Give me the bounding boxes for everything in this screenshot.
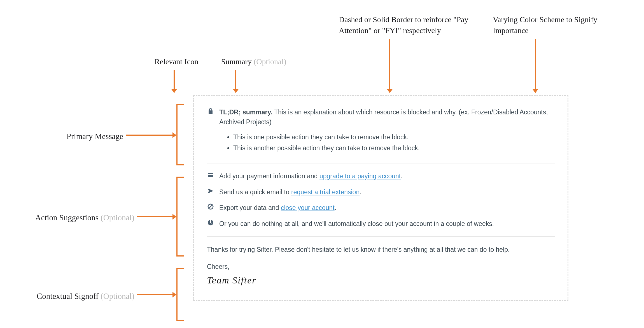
send-icon [207,187,214,195]
signoff-team-name: Team Sifter [207,273,555,287]
clock-icon [207,219,214,226]
action-row: Send us a quick email to request a trial… [207,187,555,197]
arrow-down-icon [174,70,175,90]
annotation-summary-text: Summary [221,57,252,66]
annotation-relevant-icon: Relevant Icon [148,56,204,67]
bracket-icon [176,177,184,257]
annotation-color-scheme: Varying Color Scheme to Signify Importan… [493,14,599,36]
annotation-summary: Summary (Optional) [221,56,311,67]
svg-line-3 [209,205,212,208]
primary-message-block: TL;DR; summary. This is an explanation a… [207,107,555,155]
action-row: Add your payment information and upgrade… [207,171,555,181]
annotation-signoff-text: Contextual Signoff [37,292,99,301]
arrow-down-icon [235,70,236,90]
signoff-cheers: Cheers, [207,262,555,272]
lock-icon [207,107,214,115]
annotation-primary-message: Primary Message [17,132,123,141]
action-text: Add your payment information and upgrade… [219,171,555,181]
action-text: Or you can do nothing at all, and we'll … [219,219,555,229]
annotation-action-suggestions: Action Suggestions (Optional) [17,213,134,222]
action-row: Or you can do nothing at all, and we'll … [207,219,555,229]
divider [207,163,555,163]
action-row: Export your data and close your account. [207,203,555,213]
action-text: Export your data and close your account. [219,203,555,213]
summary-text: TL;DR; summary. This is an explanation a… [219,107,555,155]
signoff-block: Thanks for trying Sifter. Please don't h… [207,245,555,287]
signoff-message: Thanks for trying Sifter. Please don't h… [207,245,555,255]
bullet-list: This is one possible action they can tak… [233,132,555,153]
bracket-icon [176,104,184,165]
arrow-down-icon [535,39,536,90]
action-suggestions-block: Add your payment information and upgrade… [207,171,555,228]
list-item: This is another possible action they can… [233,143,555,153]
annotation-actions-optional: (Optional) [99,213,134,222]
summary-bold: TL;DR; summary. [219,108,272,116]
trial-extension-link[interactable]: request a trial extension [291,188,360,196]
action-text: Send us a quick email to request a trial… [219,187,555,197]
annotation-signoff-optional: (Optional) [99,292,134,301]
message-card: TL;DR; summary. This is an explanation a… [193,95,568,301]
arrow-right-icon [137,216,173,217]
annotation-border: Dashed or Solid Border to reinforce "Pay… [339,14,484,36]
close-account-link[interactable]: close your account [281,204,335,211]
arrow-right-icon [137,294,173,295]
bracket-icon [176,268,184,321]
annotation-actions-text: Action Suggestions [35,213,99,222]
arrow-right-icon [126,135,173,136]
list-item: This is one possible action they can tak… [233,132,555,142]
upgrade-link[interactable]: upgrade to a paying account [319,172,401,180]
svg-rect-1 [208,174,213,175]
annotation-summary-optional: (Optional) [252,57,286,66]
divider [207,236,555,237]
annotation-contextual-signoff: Contextual Signoff (Optional) [17,292,134,301]
credit-card-icon [207,171,214,179]
block-icon [207,203,214,210]
arrow-down-icon [389,39,390,90]
